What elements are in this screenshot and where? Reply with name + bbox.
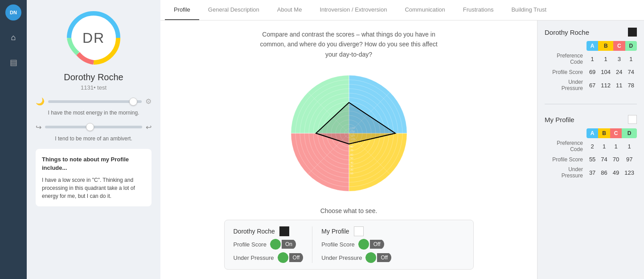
col-header-c-1: C bbox=[613, 41, 625, 51]
legend-person-1-profile-score: Profile Score On bbox=[234, 239, 304, 250]
profile-score-a-2: 55 bbox=[587, 154, 598, 164]
home-icon[interactable]: ⌂ bbox=[5, 29, 21, 45]
toggle-green-3-icon bbox=[358, 239, 369, 250]
svg-text:10: 10 bbox=[350, 172, 353, 175]
section-divider bbox=[545, 104, 637, 104]
toggle-on-label[interactable]: On bbox=[282, 240, 296, 249]
table-row: Under Pressure 37 86 49 123 bbox=[545, 164, 637, 181]
pref-code-a-1: 1 bbox=[587, 51, 598, 67]
radar-chart: 130 120 110 100 90 80 70 60 50 40 30 20 … bbox=[282, 66, 416, 200]
slider-2-label: I tend to be more of an ambivert. bbox=[55, 135, 132, 143]
legend-person-2-profile-label: Profile Score bbox=[321, 241, 354, 248]
slider-1-thumb[interactable] bbox=[129, 98, 137, 106]
pref-code-d-1: 1 bbox=[625, 51, 637, 67]
pref-code-b-2: 1 bbox=[598, 138, 610, 154]
arrow-in-icon: ↪ bbox=[36, 123, 41, 131]
legend-person-1-pressure-toggle[interactable]: Off bbox=[278, 252, 304, 263]
user-id: 1131• test bbox=[81, 84, 107, 91]
right-panel: Dorothy Roche A B C D bbox=[537, 21, 644, 279]
under-pressure-c-1: 11 bbox=[613, 77, 625, 93]
legend-divider bbox=[312, 226, 312, 263]
tab-profile[interactable]: Profile bbox=[165, 0, 199, 20]
sidebar-avatar[interactable]: DN bbox=[5, 4, 21, 21]
score-section-1-swatch bbox=[628, 28, 637, 37]
profile-score-c-2: 70 bbox=[610, 154, 622, 164]
legend-person-1-name: Dorothy Roche bbox=[234, 228, 275, 235]
legend-row: Dorothy Roche Profile Score On Under Pre… bbox=[234, 226, 464, 263]
score-section-2-name: My Profile bbox=[545, 116, 574, 123]
slider-2-thumb[interactable] bbox=[86, 123, 94, 131]
col-header-a-1: A bbox=[587, 41, 598, 51]
table-row: Preference Code 1 1 3 1 bbox=[545, 51, 637, 67]
tab-communication[interactable]: Communication bbox=[396, 0, 454, 20]
table-row: Under Pressure 67 112 11 78 bbox=[545, 77, 637, 93]
slider-2-track[interactable] bbox=[45, 126, 142, 128]
tab-general-description[interactable]: General Description bbox=[199, 0, 268, 20]
notes-body: I have a low score in "C". Thinking and … bbox=[42, 176, 145, 200]
legend-person-2-profile-toggle[interactable]: Off bbox=[358, 239, 384, 250]
toggle-green-icon bbox=[270, 239, 281, 250]
score-section-person-1: Dorothy Roche A B C D bbox=[545, 28, 637, 93]
tab-introversion-extroversion[interactable]: Introversion / Extroversion bbox=[311, 0, 396, 20]
legend-person-2-name-row: My Profile bbox=[321, 226, 391, 236]
legend-person-2-pressure-toggle[interactable]: Off bbox=[365, 252, 391, 263]
score-section-1-name: Dorothy Roche bbox=[545, 29, 589, 36]
col-header-c-2: C bbox=[610, 128, 622, 138]
tab-building-trust[interactable]: Building Trust bbox=[502, 0, 555, 20]
gear-icon[interactable]: ⚙ bbox=[145, 97, 152, 106]
pref-code-c-1: 3 bbox=[613, 51, 625, 67]
toggle-off-3-label[interactable]: Off bbox=[377, 253, 391, 262]
legend-person-2-under-pressure: Under Pressure Off bbox=[321, 252, 391, 263]
toggle-off-2-label[interactable]: Off bbox=[370, 240, 384, 249]
profile-score-b-1: 104 bbox=[598, 67, 613, 77]
score-section-1-header: Dorothy Roche bbox=[545, 28, 637, 37]
legend-person-1-under-pressure: Under Pressure Off bbox=[234, 252, 304, 263]
legend-person-2: My Profile Profile Score Off Under Press… bbox=[321, 226, 391, 263]
under-pressure-b-1: 112 bbox=[598, 77, 613, 93]
profile-score-b-2: 74 bbox=[598, 154, 610, 164]
avatar-ring: DR bbox=[65, 9, 123, 67]
table-row: Profile Score 69 104 24 74 bbox=[545, 67, 637, 77]
user-name: Dorothy Roche bbox=[64, 72, 123, 82]
score-table-2: A B C D Preference Code 2 1 1 1 bbox=[545, 128, 637, 181]
under-pressure-d-2: 123 bbox=[622, 164, 637, 181]
arrow-out-icon: ↩ bbox=[146, 123, 152, 131]
profile-score-c-1: 24 bbox=[613, 67, 625, 77]
under-pressure-label-2: Under Pressure bbox=[545, 164, 587, 181]
profile-score-d-1: 74 bbox=[625, 67, 637, 77]
under-pressure-c-2: 49 bbox=[610, 164, 622, 181]
svg-text:70: 70 bbox=[350, 149, 353, 152]
profile-score-label-1: Profile Score bbox=[545, 67, 587, 77]
svg-text:50: 50 bbox=[350, 157, 353, 160]
legend-box: Dorothy Roche Profile Score On Under Pre… bbox=[224, 220, 474, 270]
legend-person-1-profile-toggle[interactable]: On bbox=[270, 239, 296, 250]
tab-about-me[interactable]: About Me bbox=[268, 0, 311, 20]
preference-code-label-2: Preference Code bbox=[545, 138, 587, 154]
moon-icon: 🌙 bbox=[36, 97, 45, 106]
notes-title: Things to note about my Profile include.… bbox=[42, 155, 145, 172]
table-row: Preference Code 2 1 1 1 bbox=[545, 138, 637, 154]
slider-1-track[interactable] bbox=[48, 100, 142, 103]
pref-code-c-2: 1 bbox=[610, 138, 622, 154]
legend-person-1: Dorothy Roche Profile Score On Under Pre… bbox=[234, 226, 304, 263]
legend-person-2-swatch[interactable] bbox=[354, 226, 364, 236]
under-pressure-a-1: 67 bbox=[587, 77, 598, 93]
col-header-a-2: A bbox=[587, 128, 598, 138]
profile-score-label-2: Profile Score bbox=[545, 154, 587, 164]
legend-person-1-profile-label: Profile Score bbox=[234, 241, 267, 248]
col-header-b-1: B bbox=[598, 41, 613, 51]
svg-text:30: 30 bbox=[350, 165, 353, 168]
slider-2-row: ↪ ↩ bbox=[36, 123, 152, 131]
score-section-2-swatch[interactable] bbox=[628, 115, 637, 124]
legend-person-2-name: My Profile bbox=[321, 228, 349, 235]
under-pressure-d-1: 78 bbox=[625, 77, 637, 93]
svg-text:20: 20 bbox=[350, 168, 353, 171]
profile-icon[interactable]: ▤ bbox=[5, 54, 21, 70]
legend-person-1-pressure-label: Under Pressure bbox=[234, 254, 274, 261]
toggle-off-label[interactable]: Off bbox=[289, 253, 304, 262]
svg-text:60: 60 bbox=[350, 153, 353, 156]
tab-frustrations[interactable]: Frustrations bbox=[454, 0, 503, 20]
col-header-b-2: B bbox=[598, 128, 610, 138]
col-header-d-2: D bbox=[622, 128, 637, 138]
legend-person-1-swatch bbox=[279, 226, 289, 236]
